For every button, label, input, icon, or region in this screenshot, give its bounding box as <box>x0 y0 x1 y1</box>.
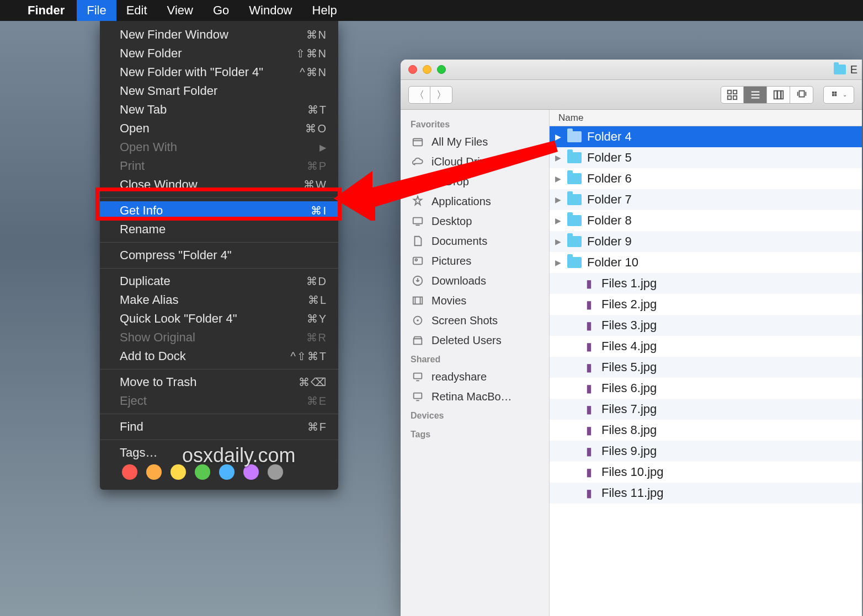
minimize-button[interactable] <box>423 65 432 74</box>
column-header-name[interactable]: Name <box>550 110 862 126</box>
view-icon-button[interactable] <box>721 86 744 104</box>
sidebar-item-all-my-files[interactable]: All My Files <box>401 132 549 152</box>
menu-go[interactable]: Go <box>203 0 239 21</box>
sidebar-item-deleted-users[interactable]: Deleted Users <box>401 330 549 350</box>
menu-item-rename[interactable]: Rename <box>100 220 338 239</box>
file-row[interactable]: ▮Files 4.jpg <box>550 336 862 357</box>
svg-point-21 <box>414 178 422 185</box>
image-file-icon: ▮ <box>580 465 597 479</box>
menu-item-compress-folder-4[interactable]: Compress "Folder 4" <box>100 246 338 265</box>
menu-item-duplicate[interactable]: Duplicate⌘D <box>100 272 338 291</box>
sidebar-item-screen-shots[interactable]: Screen Shots <box>401 310 549 330</box>
forward-button[interactable]: 〉 <box>430 86 452 104</box>
disclosure-triangle-icon[interactable]: ▶ <box>555 132 563 141</box>
svg-rect-17 <box>835 94 837 96</box>
view-column-button[interactable] <box>767 86 790 104</box>
file-row[interactable]: ▮Files 1.jpg <box>550 273 862 294</box>
sidebar-item-applications[interactable]: Applications <box>401 191 549 211</box>
tag-dot[interactable] <box>243 464 259 480</box>
sidebar-icon <box>411 369 425 384</box>
file-row[interactable]: ▮Files 9.jpg <box>550 441 862 462</box>
tag-dot[interactable] <box>146 464 162 480</box>
close-button[interactable] <box>408 65 417 74</box>
tag-dot[interactable] <box>219 464 235 480</box>
sidebar-icon <box>411 293 425 308</box>
menu-item-add-to-dock[interactable]: Add to Dock^⇧⌘T <box>100 347 338 366</box>
file-row[interactable]: ▮Files 5.jpg <box>550 357 862 378</box>
menu-item-close-window[interactable]: Close Window⌘W <box>100 175 338 194</box>
sidebar-icon <box>411 313 425 328</box>
file-row[interactable]: ▮Files 10.jpg <box>550 462 862 483</box>
file-row[interactable]: ▮Files 2.jpg <box>550 294 862 315</box>
file-row[interactable]: ▮Files 11.jpg <box>550 483 862 503</box>
tag-dot[interactable] <box>195 464 210 480</box>
image-file-icon: ▮ <box>580 486 597 500</box>
sidebar-item-icloud-drive[interactable]: iCloud Drive <box>401 152 549 172</box>
menu-file[interactable]: File <box>77 0 116 21</box>
view-switcher <box>721 86 813 104</box>
menu-edit[interactable]: Edit <box>116 0 157 21</box>
menu-item-new-smart-folder[interactable]: New Smart Folder <box>100 82 338 100</box>
view-coverflow-button[interactable] <box>790 86 813 104</box>
folder-row[interactable]: ▶Folder 4 <box>550 126 862 147</box>
tag-dot[interactable] <box>268 464 283 480</box>
disclosure-triangle-icon[interactable]: ▶ <box>555 237 563 246</box>
menu-window[interactable]: Window <box>239 0 302 21</box>
finder-toolbar: 〈 〉 ⌄ <box>401 80 862 110</box>
tag-dot[interactable] <box>122 464 137 480</box>
folder-row[interactable]: ▶Folder 8 <box>550 210 862 231</box>
svg-point-20 <box>416 180 419 183</box>
menu-item-new-folder[interactable]: New Folder⇧⌘N <box>100 44 338 63</box>
menubar: Finder File Edit View Go Window Help <box>0 0 863 21</box>
menu-item-find[interactable]: Find⌘F <box>100 417 338 436</box>
disclosure-triangle-icon[interactable]: ▶ <box>555 195 563 204</box>
disclosure-triangle-icon[interactable]: ▶ <box>555 174 563 183</box>
sidebar-head-favorites: Favorites <box>401 115 549 132</box>
zoom-button[interactable] <box>437 65 446 74</box>
sidebar-item-desktop[interactable]: Desktop <box>401 211 549 231</box>
folder-row[interactable]: ▶Folder 6 <box>550 168 862 189</box>
menu-item-new-finder-window[interactable]: New Finder Window⌘N <box>100 25 338 44</box>
file-row[interactable]: ▮Files 6.jpg <box>550 378 862 399</box>
finder-titlebar: E <box>401 60 862 80</box>
sidebar-item-airdrop[interactable]: AirDrop <box>401 172 549 191</box>
disclosure-triangle-icon[interactable]: ▶ <box>555 258 563 267</box>
menu-item-move-to-trash[interactable]: Move to Trash⌘⌫ <box>100 373 338 392</box>
app-name[interactable]: Finder <box>28 3 65 18</box>
tag-dot[interactable] <box>171 464 186 480</box>
file-list: Name ▶Folder 4▶Folder 5▶Folder 6▶Folder … <box>550 110 862 616</box>
view-list-button[interactable] <box>744 86 767 104</box>
folder-row[interactable]: ▶Folder 10 <box>550 252 862 273</box>
file-row[interactable]: ▮Files 7.jpg <box>550 399 862 420</box>
sidebar-item-pictures[interactable]: Pictures <box>401 251 549 271</box>
file-row[interactable]: ▮Files 8.jpg <box>550 420 862 441</box>
menu-item-make-alias[interactable]: Make Alias⌘L <box>100 291 338 309</box>
svg-rect-18 <box>413 139 423 146</box>
sidebar-item-retina-macbo[interactable]: Retina MacBo… <box>401 387 549 406</box>
menu-item-quick-look-folder-4[interactable]: Quick Look "Folder 4"⌘Y <box>100 309 338 328</box>
svg-rect-1 <box>728 90 731 93</box>
sidebar-item-downloads[interactable]: Downloads <box>401 271 549 291</box>
file-row[interactable]: ▮Files 3.jpg <box>550 315 862 336</box>
disclosure-triangle-icon[interactable]: ▶ <box>555 153 563 162</box>
menu-item-new-tab[interactable]: New Tab⌘T <box>100 100 338 119</box>
sidebar-item-readyshare[interactable]: readyshare <box>401 367 549 387</box>
folder-row[interactable]: ▶Folder 5 <box>550 147 862 168</box>
arrange-button[interactable]: ⌄ <box>823 86 854 104</box>
menu-help[interactable]: Help <box>302 0 347 21</box>
menu-item-open[interactable]: Open⌘O <box>100 119 338 138</box>
sidebar-icon <box>411 333 425 347</box>
back-button[interactable]: 〈 <box>408 86 430 104</box>
menu-item-new-folder-with-folder-4[interactable]: New Folder with "Folder 4"^⌘N <box>100 63 338 82</box>
menu-view[interactable]: View <box>157 0 203 21</box>
menu-item-tags[interactable]: Tags… <box>100 443 338 482</box>
folder-icon <box>566 194 583 205</box>
sidebar-item-movies[interactable]: Movies <box>401 291 549 310</box>
sidebar-item-documents[interactable]: Documents <box>401 231 549 251</box>
menu-item-show-original: Show Original⌘R <box>100 328 338 347</box>
folder-row[interactable]: ▶Folder 7 <box>550 189 862 210</box>
image-file-icon: ▮ <box>580 361 597 374</box>
disclosure-triangle-icon[interactable]: ▶ <box>555 216 563 225</box>
menu-item-get-info[interactable]: Get Info⌘I <box>100 201 338 220</box>
folder-row[interactable]: ▶Folder 9 <box>550 231 862 252</box>
